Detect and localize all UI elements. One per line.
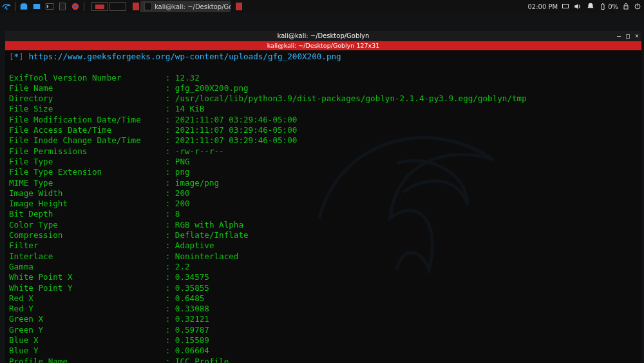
panel-separator bbox=[15, 2, 15, 11]
terminal-task-icon bbox=[144, 2, 152, 11]
terminal-tab[interactable]: kali@kali: ~/Desktop/Goblyn 127x31 bbox=[5, 41, 641, 50]
svg-rect-5 bbox=[133, 3, 139, 10]
taskbar-item-label: kali@kali: ~/Desktop/Go… bbox=[155, 3, 231, 10]
battery-icon[interactable]: 0% bbox=[599, 3, 618, 10]
window-close-button[interactable]: × bbox=[635, 31, 639, 41]
panel-right: 02:00 PM 0% bbox=[527, 0, 641, 13]
window-minimize-button[interactable]: — bbox=[617, 31, 621, 41]
svg-rect-1 bbox=[46, 3, 53, 9]
terminal-launcher-icon[interactable] bbox=[44, 1, 55, 12]
battery-label: 0% bbox=[608, 3, 618, 10]
power-icon[interactable] bbox=[634, 3, 641, 10]
panel-separator bbox=[84, 2, 84, 11]
terminal-tab-label: kali@kali: ~/Desktop/Goblyn 127x31 bbox=[267, 42, 379, 49]
taskbar-item[interactable] bbox=[129, 1, 139, 12]
panel-left: kali@kali: ~/Desktop/Go… bbox=[0, 0, 242, 13]
system-panel: kali@kali: ~/Desktop/Go… 02:00 PM 0% bbox=[0, 0, 644, 13]
terminal-window: kali@kali: ~/Desktop/Goblyn — □ × kali@k… bbox=[5, 31, 641, 363]
clock[interactable]: 02:00 PM bbox=[527, 3, 558, 10]
terminal-output: [*] https://www.geeksforgeeks.org/wp-con… bbox=[9, 52, 638, 363]
lock-icon[interactable] bbox=[622, 3, 630, 10]
svg-rect-9 bbox=[624, 6, 628, 9]
svg-rect-8 bbox=[563, 5, 569, 8]
taskbar-item[interactable] bbox=[232, 1, 242, 12]
svg-rect-6 bbox=[144, 3, 152, 10]
desktop[interactable]: Trash Goblyn WPCracker kali@kali: ~/Desk… bbox=[0, 13, 644, 363]
svg-rect-7 bbox=[236, 3, 242, 10]
browser-icon[interactable] bbox=[70, 1, 81, 12]
window-title: kali@kali: ~/Desktop/Goblyn bbox=[278, 32, 370, 39]
terminal-body[interactable]: [*] https://www.geeksforgeeks.org/wp-con… bbox=[5, 50, 641, 363]
window-titlebar[interactable]: kali@kali: ~/Desktop/Goblyn — □ × bbox=[5, 31, 641, 41]
window-buttons: — □ × bbox=[617, 31, 639, 41]
svg-point-4 bbox=[74, 5, 77, 8]
svg-rect-0 bbox=[33, 4, 41, 9]
kali-menu-icon[interactable] bbox=[1, 1, 12, 12]
workspace-2[interactable] bbox=[109, 2, 126, 11]
home-folder-icon[interactable] bbox=[18, 1, 30, 12]
text-editor-icon[interactable] bbox=[57, 1, 68, 12]
workspace-1[interactable] bbox=[91, 2, 108, 11]
task-icon bbox=[236, 2, 242, 11]
workspace-pager[interactable] bbox=[91, 2, 128, 11]
files-icon[interactable] bbox=[31, 1, 43, 12]
display-toggle-icon[interactable] bbox=[562, 3, 569, 10]
window-maximize-button[interactable]: □ bbox=[626, 31, 630, 41]
notification-bell-icon[interactable] bbox=[586, 2, 595, 11]
volume-icon[interactable] bbox=[573, 2, 582, 11]
taskbar-item-terminal[interactable]: kali@kali: ~/Desktop/Go… bbox=[140, 1, 231, 12]
task-icon bbox=[133, 2, 139, 11]
svg-rect-2 bbox=[59, 3, 65, 10]
